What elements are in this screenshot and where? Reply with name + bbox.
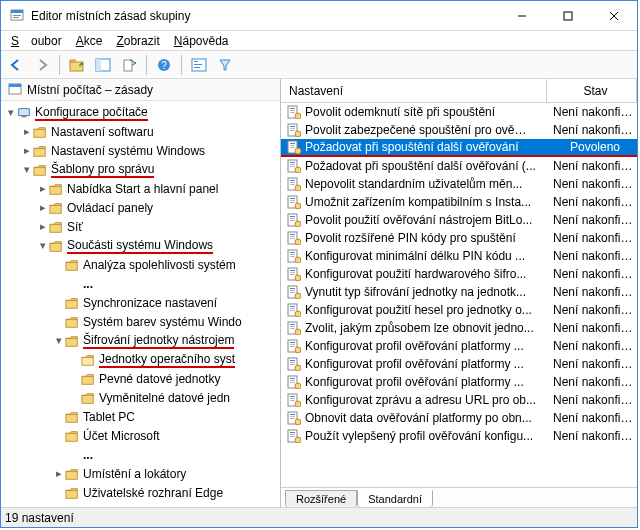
tree-item[interactable]: ... <box>1 274 280 293</box>
setting-row[interactable]: Konfigurovat zprávu a adresu URL pro ob.… <box>281 391 637 409</box>
setting-row[interactable]: Konfigurovat minimální délku PIN kódu ..… <box>281 247 637 265</box>
setting-name: Vynutit typ šifrování jednotky na jednot… <box>305 285 547 299</box>
folder-icon <box>65 410 79 424</box>
setting-state: Není nakonfig... <box>547 411 637 425</box>
setting-state: Není nakonfig... <box>547 123 637 137</box>
svg-rect-93 <box>290 290 295 291</box>
setting-icon <box>287 177 301 191</box>
expand-toggle[interactable]: ▸ <box>21 125 33 138</box>
setting-row[interactable]: Konfigurovat použití hesel pro jednotky … <box>281 301 637 319</box>
tree-item[interactable]: Účet Microsoft <box>1 426 280 445</box>
svg-rect-129 <box>290 418 295 419</box>
tree-item[interactable]: Uživatelské rozhraní Edge <box>1 483 280 502</box>
svg-point-95 <box>295 293 301 299</box>
tree-item[interactable]: ▸Nastavení systému Windows <box>1 141 280 160</box>
svg-rect-5 <box>564 12 572 20</box>
setting-row[interactable]: Konfigurovat profil ověřování platformy … <box>281 337 637 355</box>
expand-toggle[interactable]: ▾ <box>5 106 17 119</box>
expand-toggle[interactable]: ▸ <box>21 144 33 157</box>
expand-toggle[interactable]: ▸ <box>37 220 49 233</box>
expand-toggle[interactable]: ▾ <box>53 334 65 347</box>
svg-rect-42 <box>290 108 295 109</box>
setting-row[interactable]: Povolit zabezpečené spouštění pro ově…Ne… <box>281 121 637 139</box>
tree-item[interactable]: Vyměnitelné datové jedn <box>1 388 280 407</box>
help-button[interactable]: ? <box>153 54 175 76</box>
folder-icon <box>81 391 95 405</box>
tree-item[interactable]: ▸Síť <box>1 217 280 236</box>
setting-name: Konfigurovat profil ověřování platformy … <box>305 375 547 389</box>
setting-name: Umožnit zařízením kompatibilním s Insta.… <box>305 195 547 209</box>
setting-row[interactable]: Konfigurovat profil ověřování platformy … <box>281 373 637 391</box>
setting-row[interactable]: Konfigurovat profil ověřování platformy … <box>281 355 637 373</box>
tree-item[interactable]: ▾Součásti systému Windows <box>1 236 280 255</box>
svg-point-90 <box>295 275 301 281</box>
filter-options-button[interactable] <box>188 54 210 76</box>
setting-row[interactable]: Obnovit data ověřování platformy po obn.… <box>281 409 637 427</box>
svg-rect-109 <box>290 346 295 347</box>
setting-row[interactable]: Konfigurovat použití hardwarového šifro.… <box>281 265 637 283</box>
tree-item[interactable]: ▸Nastavení softwaru <box>1 122 280 141</box>
tree-item[interactable]: Uživatelské rozhraní pro <box>1 502 280 507</box>
setting-row[interactable]: Vynutit typ šifrování jednotky na jednot… <box>281 283 637 301</box>
setting-row[interactable]: Zvolit, jakým způsobem lze obnovit jedno… <box>281 319 637 337</box>
tree-item[interactable]: ▸Umístění a lokátory <box>1 464 280 483</box>
tree-item[interactable]: ▸Ovládací panely <box>1 198 280 217</box>
setting-row[interactable]: Povolit odemknutí sítě při spouštěníNení… <box>281 103 637 121</box>
svg-rect-2 <box>13 15 21 16</box>
tree-item[interactable]: ▾Šifrování jednotky nástrojem <box>1 331 280 350</box>
menu-soubor[interactable]: Soubor <box>5 32 68 50</box>
svg-rect-79 <box>290 238 295 239</box>
menu-napoveda[interactable]: Nápověda <box>168 32 235 50</box>
svg-rect-11 <box>124 60 132 71</box>
tree-item[interactable]: Synchronizace nastavení <box>1 293 280 312</box>
setting-row[interactable]: Požadovat při spouštění další ověřování … <box>281 157 637 175</box>
tree-item[interactable]: Pevné datové jednotky <box>1 369 280 388</box>
setting-state: Povoleno <box>547 140 637 154</box>
column-state[interactable]: Stav <box>547 79 637 102</box>
setting-row[interactable]: Požadovat při spouštění další ověřováníP… <box>281 139 637 157</box>
expand-toggle[interactable]: ▸ <box>53 467 65 480</box>
export-list-button[interactable] <box>118 54 140 76</box>
tree-item[interactable]: Analýza spolehlivosti systém <box>1 255 280 274</box>
svg-rect-102 <box>290 324 295 325</box>
tree-item[interactable]: ... <box>1 445 280 464</box>
tree-item[interactable]: Systém barev systému Windo <box>1 312 280 331</box>
menu-akce[interactable]: Akce <box>70 32 109 50</box>
list-header: Nastavení Stav <box>281 79 637 103</box>
setting-state: Není nakonfig... <box>547 321 637 335</box>
svg-rect-88 <box>290 272 295 273</box>
settings-list[interactable]: Povolit odemknutí sítě při spouštěníNení… <box>281 103 637 487</box>
expand-toggle[interactable]: ▸ <box>37 201 49 214</box>
svg-rect-35 <box>82 395 93 403</box>
expand-toggle[interactable]: ▸ <box>37 182 49 195</box>
close-button[interactable] <box>591 1 637 30</box>
tree-item[interactable]: ▾Konfigurace počítače <box>1 103 280 122</box>
column-name[interactable]: Nastavení <box>281 79 547 102</box>
setting-row[interactable]: Použít vylepšený profil ověřování konfig… <box>281 427 637 445</box>
menu-zobrazit[interactable]: Zobrazit <box>110 32 165 50</box>
show-hide-tree-button[interactable] <box>92 54 114 76</box>
tree-header[interactable]: Místní počítač – zásady <box>1 79 280 101</box>
tree-item[interactable]: ▾Šablony pro správu <box>1 160 280 179</box>
setting-row[interactable]: Umožnit zařízením kompatibilním s Insta.… <box>281 193 637 211</box>
svg-rect-21 <box>21 115 26 117</box>
tab-standard[interactable]: Standardní <box>357 490 433 507</box>
folder-icon <box>65 296 79 310</box>
forward-button[interactable] <box>31 54 53 76</box>
setting-row[interactable]: Povolit rozšířené PIN kódy pro spuštěníN… <box>281 229 637 247</box>
maximize-button[interactable] <box>545 1 591 30</box>
expand-toggle[interactable]: ▾ <box>37 239 49 252</box>
minimize-button[interactable] <box>499 1 545 30</box>
tab-extended[interactable]: Rozšířené <box>285 490 357 507</box>
tree-item[interactable]: ▸Nabídka Start a hlavní panel <box>1 179 280 198</box>
setting-row[interactable]: Povolit použití ověřování nástrojem BitL… <box>281 211 637 229</box>
expand-toggle[interactable]: ▾ <box>21 163 33 176</box>
tree[interactable]: ▾Konfigurace počítače▸Nastavení softwaru… <box>1 101 280 507</box>
tree-item[interactable]: Tablet PC <box>1 407 280 426</box>
filter-button[interactable] <box>214 54 236 76</box>
back-button[interactable] <box>5 54 27 76</box>
up-folder-button[interactable] <box>66 54 88 76</box>
tree-item[interactable]: Jednotky operačního syst <box>1 350 280 369</box>
setting-row[interactable]: Nepovolit standardním uživatelům měn...N… <box>281 175 637 193</box>
svg-rect-103 <box>290 326 295 327</box>
